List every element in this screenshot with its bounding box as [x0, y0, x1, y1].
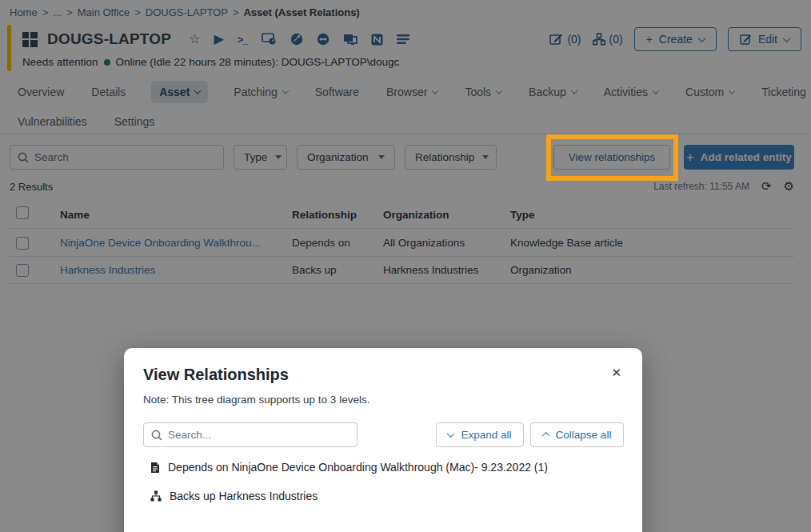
collapse-all-label: Collapse all: [556, 429, 612, 441]
modal-note: Note: This tree diagram supports up to 3…: [143, 394, 370, 406]
collapse-all-button[interactable]: Collapse all: [530, 422, 624, 447]
tree-item-backs-up[interactable]: Backs up Harkness Industries: [150, 490, 318, 502]
modal-search-box: [143, 422, 358, 447]
expand-all-label: Expand all: [461, 429, 511, 441]
tree-item-depends-on[interactable]: Depends on NinjaOne Device Onboarding Wa…: [150, 461, 548, 474]
modal-title: View Relationships: [143, 366, 289, 384]
tree-item-label: Depends on NinjaOne Device Onboarding Wa…: [168, 461, 548, 474]
view-relationships-modal: View Relationships ✕ Note: This tree dia…: [124, 348, 642, 532]
asset-relations-page: Home > ... > Main Office > DOUGS-LAPTOP …: [0, 0, 811, 532]
modal-search-input[interactable]: [168, 429, 350, 441]
search-icon: [151, 430, 162, 441]
chevron-up-icon: [541, 432, 549, 440]
hierarchy-icon: [150, 490, 162, 502]
expand-all-button[interactable]: Expand all: [436, 422, 524, 447]
close-icon[interactable]: ✕: [611, 366, 621, 380]
document-icon: [150, 462, 160, 474]
chevron-down-icon: [447, 430, 455, 438]
tree-item-label: Backs up Harkness Industries: [170, 490, 318, 502]
